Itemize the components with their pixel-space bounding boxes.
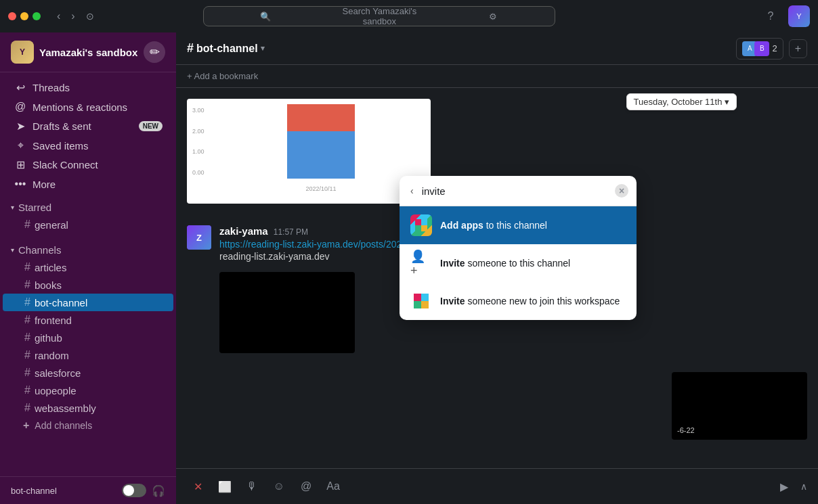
channel-item-uopeople[interactable]: # uopeople: [3, 382, 173, 399]
video-button[interactable]: ⬜: [214, 476, 236, 497]
more-options-button[interactable]: ∧: [800, 481, 807, 492]
channel-salesforce-label: salesforce: [35, 367, 81, 379]
chart-y-label-0: 0.00: [192, 169, 217, 176]
add-channels-button[interactable]: + Add channels: [3, 417, 173, 434]
mention-button[interactable]: @: [295, 476, 317, 497]
message-author[interactable]: zaki-yama: [219, 225, 268, 237]
add-member-button[interactable]: +: [789, 39, 807, 58]
mentions-label: Mentions & reactions: [33, 101, 163, 113]
close-window-button[interactable]: [8, 12, 16, 20]
starred-section: ▾ Starred # general: [0, 193, 176, 236]
sidebar-nav: ↩ Threads @ Mentions & reactions ➤ Draft…: [0, 72, 176, 476]
svg-rect-3: [421, 225, 427, 231]
hash-icon-books: #: [24, 279, 30, 291]
channels-arrow: ▾: [11, 246, 14, 254]
workspace-header[interactable]: Y Yamazaki's sandbox ✏: [0, 32, 176, 72]
slack-apps-icon: [410, 214, 432, 236]
channel-item-general[interactable]: # general: [3, 216, 173, 233]
bookmark-bar: + Add a bookmark: [176, 65, 818, 88]
channel-random-label: random: [35, 350, 69, 361]
channel-item-bot-channel[interactable]: # bot-channel: [3, 294, 173, 311]
workspace-name: Yamazaki's sandbox: [39, 47, 138, 58]
user-avatar[interactable]: Y: [788, 5, 810, 27]
popover-clear-button[interactable]: ×: [615, 184, 628, 198]
popover-back-button[interactable]: ‹: [408, 183, 416, 199]
hash-icon-github: #: [24, 331, 30, 344]
send-button[interactable]: ▶: [773, 476, 795, 497]
drafts-icon: ➤: [14, 120, 27, 133]
headset-icon[interactable]: 🎧: [152, 484, 165, 497]
close-icon: ✕: [194, 480, 202, 493]
maximize-window-button[interactable]: [33, 12, 41, 20]
hash-icon-random: #: [24, 349, 30, 361]
channel-item-github[interactable]: # github: [3, 329, 173, 346]
invite-workspace-highlight: Invite: [440, 296, 465, 306]
chart-y-label-2: 2.00: [192, 128, 217, 135]
popover-search-input[interactable]: [422, 185, 609, 197]
more-icon: •••: [14, 178, 27, 190]
svg-rect-7: [421, 301, 429, 308]
threads-label: Threads: [33, 82, 163, 93]
channel-item-articles[interactable]: # articles: [3, 258, 173, 276]
search-bar[interactable]: 🔍 Search Yamazaki's sandbox ⚙: [203, 6, 555, 26]
nav-forward-button[interactable]: ›: [68, 7, 77, 25]
message-input-field: [349, 480, 768, 493]
hash-icon-salesforce: #: [24, 367, 30, 379]
sidebar-item-mentions[interactable]: @ Mentions & reactions: [3, 97, 173, 116]
channel-general-label: general: [35, 219, 68, 231]
message-avatar: Z: [187, 225, 211, 250]
search-placeholder: Search Yamazaki's sandbox: [324, 6, 434, 26]
popover-item-add-apps[interactable]: Add apps to this channel: [400, 206, 637, 244]
add-bookmark-button[interactable]: + Add a bookmark: [187, 71, 258, 81]
sidebar-item-more[interactable]: ••• More: [3, 175, 173, 193]
channels-section-header[interactable]: ▾ Channels: [0, 242, 176, 258]
channels-label: Channels: [18, 244, 61, 256]
popover-item-invite-channel[interactable]: 👤+ Invite someone to this channel: [400, 244, 637, 282]
mic-button[interactable]: 🎙: [241, 476, 263, 497]
dnd-toggle[interactable]: [122, 484, 146, 497]
add-channels-plus-icon: +: [23, 419, 29, 432]
members-button[interactable]: A B 2: [736, 38, 783, 60]
help-button[interactable]: ?: [761, 7, 780, 26]
starred-label: Starred: [18, 202, 51, 213]
close-button[interactable]: ✕: [187, 476, 209, 497]
channel-header: # bot-channel ▾ A B 2 +: [176, 32, 818, 65]
add-channels-label: Add channels: [35, 420, 92, 431]
hash-icon-bot: #: [24, 296, 30, 308]
chart-y-label-3: 3.00: [192, 107, 217, 114]
nav-back-button[interactable]: ‹: [54, 7, 63, 25]
workspace-avatar: Y: [11, 41, 34, 64]
popover-item-invite-workspace[interactable]: Invite someone new to join this workspac…: [400, 282, 637, 320]
invite-person-icon: 👤+: [410, 252, 432, 274]
sidebar-item-threads[interactable]: ↩ Threads: [3, 78, 173, 97]
titlebar: ‹ › ⊙ 🔍 Search Yamazaki's sandbox ⚙ ? Y: [0, 0, 818, 32]
chart-bar-red: [287, 104, 355, 131]
text-format-button[interactable]: Aa: [322, 476, 344, 497]
nav-history-button[interactable]: ⊙: [83, 7, 97, 25]
chart-x-label: 2022/10/11: [219, 185, 423, 192]
channel-item-frontend[interactable]: # frontend: [3, 311, 173, 329]
nav-arrows: ‹ › ⊙: [54, 7, 97, 25]
date-picker[interactable]: Tuesday, October 11th ▾: [626, 93, 737, 110]
filter-icon: ⚙: [438, 12, 548, 22]
channel-uopeople-label: uopeople: [35, 385, 77, 396]
minimize-window-button[interactable]: [20, 12, 28, 20]
chart-bar-blue: [287, 131, 355, 179]
sidebar: Y Yamazaki's sandbox ✏ ↩ Threads @ Menti…: [0, 32, 176, 504]
channel-item-salesforce[interactable]: # salesforce: [3, 364, 173, 382]
channel-item-random[interactable]: # random: [3, 346, 173, 364]
emoji-button[interactable]: ☺: [268, 476, 290, 497]
sidebar-item-saved[interactable]: ⌖ Saved items: [3, 136, 173, 155]
chart: 3.00 2.00 1.00 0.00: [187, 99, 431, 204]
invite-workspace-icon: [410, 290, 432, 312]
sidebar-item-slack-connect[interactable]: ⊞ Slack Connect: [3, 155, 173, 175]
channel-item-books[interactable]: # books: [3, 276, 173, 294]
sidebar-item-drafts[interactable]: ➤ Drafts & sent NEW: [3, 116, 173, 136]
compose-button[interactable]: ✏: [144, 41, 165, 63]
channel-item-webassembly[interactable]: # webassembly: [3, 399, 173, 417]
mentions-icon: @: [14, 101, 27, 113]
text-format-icon: Aa: [326, 480, 340, 492]
starred-section-header[interactable]: ▾ Starred: [0, 199, 176, 216]
hash-icon-webassembly: #: [24, 402, 30, 414]
channel-title[interactable]: # bot-channel ▾: [187, 41, 265, 55]
